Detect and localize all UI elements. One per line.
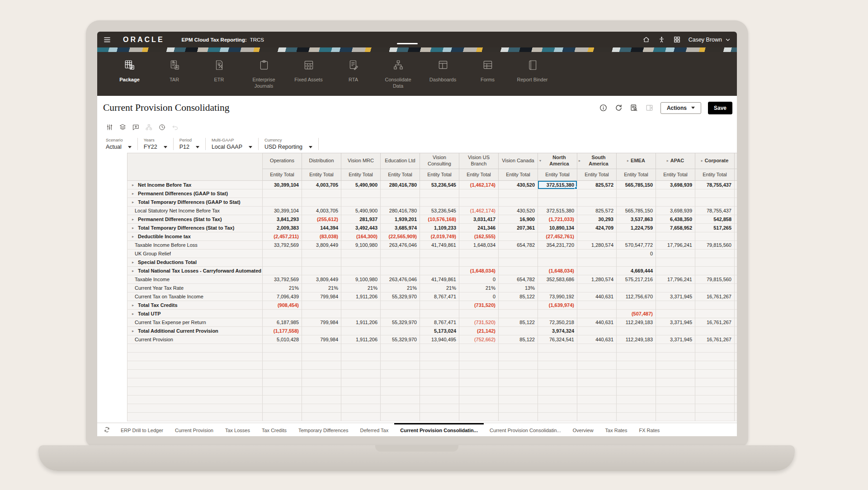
- grid-cell[interactable]: [459, 344, 499, 353]
- column-header-education-ltd[interactable]: Education Ltd: [381, 153, 420, 169]
- grid-cell[interactable]: 799,984: [302, 318, 341, 327]
- filter-sliders-icon[interactable]: [106, 123, 113, 131]
- grid-cell[interactable]: [263, 353, 302, 361]
- pov-scenario[interactable]: ScenarioActual: [106, 137, 132, 150]
- grid-cell[interactable]: [735, 258, 737, 267]
- grid-cell[interactable]: 79,815,560: [695, 275, 735, 284]
- grid-cell[interactable]: [420, 250, 459, 258]
- grid-cell[interactable]: 112,249,183: [617, 335, 656, 344]
- grid-cell[interactable]: 430,520: [499, 181, 538, 189]
- grid-cell[interactable]: 5,010,428: [263, 335, 302, 344]
- row-label[interactable]: [127, 387, 263, 396]
- subheader-entity-total[interactable]: Entity Total: [577, 169, 617, 181]
- grid-cell[interactable]: [381, 378, 420, 387]
- grid-cell[interactable]: (1,648,034): [459, 267, 499, 275]
- grid-cell[interactable]: 53,236,545: [420, 207, 459, 215]
- grid-cell[interactable]: [420, 387, 459, 396]
- grid-cell[interactable]: 0: [459, 275, 499, 284]
- nav-item-etr[interactable]: ETR: [197, 52, 241, 96]
- pov-multi-gaap[interactable]: Multi-GAAPLocal GAAP: [212, 137, 252, 150]
- grid-cell[interactable]: (162,555): [459, 232, 499, 241]
- grid-cell[interactable]: [341, 404, 381, 413]
- grid-cell[interactable]: [381, 353, 420, 361]
- grid-cell[interactable]: [656, 344, 695, 353]
- grid-cell[interactable]: 3,698,939: [656, 207, 695, 215]
- row-label[interactable]: Taxable Income: [127, 275, 263, 284]
- grid-cell[interactable]: [538, 344, 577, 353]
- grid-cell[interactable]: [735, 275, 737, 284]
- grid-cell[interactable]: [499, 344, 538, 353]
- grid-cell[interactable]: (507,487): [617, 310, 656, 318]
- column-header-emea[interactable]: ▸EMEA: [617, 153, 656, 169]
- grid-cell[interactable]: 281,937: [341, 215, 381, 224]
- grid-cell[interactable]: (27,452,761): [538, 232, 577, 241]
- row-label[interactable]: ▸Total Temporary Differences (GAAP to St…: [127, 198, 263, 207]
- tab-erp-drill-to-ledger[interactable]: ERP Drill to Ledger: [115, 423, 169, 436]
- grid-cell[interactable]: [420, 370, 459, 378]
- grid-cell[interactable]: 33,792,569: [263, 241, 302, 250]
- nav-item-forms[interactable]: Forms: [465, 52, 510, 96]
- grid-cell[interactable]: [617, 387, 656, 396]
- grid-cell[interactable]: [735, 378, 737, 387]
- grid-cell[interactable]: (908,454): [263, 301, 302, 310]
- grid-cell[interactable]: 440,631: [577, 318, 617, 327]
- column-header-clipped[interactable]: [735, 153, 737, 169]
- grid-cell[interactable]: (2,457,211): [263, 232, 302, 241]
- grid-cell[interactable]: 55,329,970: [381, 292, 420, 301]
- row-label[interactable]: [127, 404, 263, 413]
- grid-cell[interactable]: [617, 284, 656, 292]
- grid-cell[interactable]: [577, 361, 617, 370]
- grid-cell[interactable]: 85,122: [499, 292, 538, 301]
- grid-cell[interactable]: [577, 310, 617, 318]
- grid-cell[interactable]: [577, 232, 617, 241]
- grid-cell[interactable]: [459, 378, 499, 387]
- grid-cell[interactable]: [695, 232, 735, 241]
- grid-cell[interactable]: [577, 413, 617, 421]
- grid-cell[interactable]: 9,100,980: [341, 241, 381, 250]
- grid-cell[interactable]: 263,476,046: [381, 241, 420, 250]
- nav-item-consolidate-data[interactable]: Consolidate Data: [376, 52, 420, 96]
- subheader-entity-total[interactable]: Entity Total: [420, 169, 459, 181]
- subheader-entity-total[interactable]: Entity Total: [735, 169, 737, 181]
- row-label[interactable]: ▸Total National Tax Losses - Carryforwar…: [127, 267, 263, 275]
- grid-cell[interactable]: 440,631: [577, 292, 617, 301]
- grid-cell[interactable]: 280,416,780: [381, 181, 420, 189]
- grid-cell[interactable]: [341, 250, 381, 258]
- grid-cell[interactable]: [302, 361, 341, 370]
- grid-cell[interactable]: [381, 327, 420, 335]
- grid-cell[interactable]: 7,096,439: [263, 292, 302, 301]
- grid-cell[interactable]: 21%: [381, 284, 420, 292]
- grid-cell[interactable]: (22,565,909): [381, 232, 420, 241]
- grid-cell[interactable]: [499, 413, 538, 421]
- grid-cell[interactable]: [341, 327, 381, 335]
- row-label[interactable]: [127, 378, 263, 387]
- grid-cell[interactable]: 3,371,945: [656, 335, 695, 344]
- grid-cell[interactable]: 33,792,569: [263, 275, 302, 284]
- tab-tax-losses[interactable]: Tax Losses: [219, 423, 256, 436]
- grid-cell[interactable]: 4,669,444: [617, 267, 656, 275]
- grid-cell[interactable]: [459, 353, 499, 361]
- tab-current-provision-consolidatin-2[interactable]: Current Provision Consolidatin...: [484, 423, 567, 436]
- grid-cell[interactable]: [735, 215, 737, 224]
- grid-cell[interactable]: 16,761,267: [695, 335, 735, 344]
- grid-cell[interactable]: [499, 387, 538, 396]
- grid-cell[interactable]: [656, 232, 695, 241]
- grid-cell[interactable]: [577, 189, 617, 198]
- grid-cell[interactable]: [656, 284, 695, 292]
- grid-cell[interactable]: 825,572: [577, 207, 617, 215]
- grid-cell[interactable]: 207,361: [499, 224, 538, 232]
- grid-cell[interactable]: [499, 301, 538, 310]
- grid-cell[interactable]: [341, 353, 381, 361]
- grid-cell[interactable]: [420, 361, 459, 370]
- row-label[interactable]: ▸Special Deductions Total: [127, 258, 263, 267]
- grid-cell[interactable]: [263, 198, 302, 207]
- grid-cell[interactable]: 144,394: [302, 224, 341, 232]
- grid-cell[interactable]: 3,685,974: [381, 224, 420, 232]
- subheader-entity-total[interactable]: Entity Total: [341, 169, 381, 181]
- grid-cell[interactable]: 352,583,686: [538, 275, 577, 284]
- grid-cell[interactable]: [499, 310, 538, 318]
- grid-cell[interactable]: [263, 413, 302, 421]
- grid-cell[interactable]: [735, 370, 737, 378]
- grid-cell[interactable]: 5,490,900: [341, 207, 381, 215]
- row-label[interactable]: UK Group Relief: [127, 250, 263, 258]
